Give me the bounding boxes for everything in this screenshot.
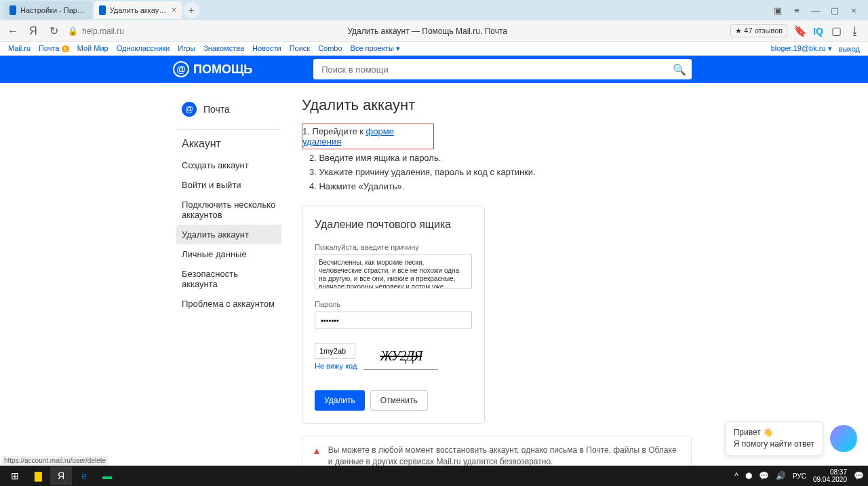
content-area: @ Почта Аккаунт Создать аккаунт Войти и … — [0, 83, 868, 466]
task-yandex[interactable]: Я — [50, 466, 72, 485]
menu-icon[interactable]: ≡ — [792, 5, 802, 15]
chat-text: Я помогу найти ответ — [734, 438, 814, 450]
browser-tabs-bar: Настройки - Пароль и бе... Удалить аккау… — [0, 0, 868, 20]
nav-search[interactable]: Поиск — [290, 44, 310, 53]
extension-icon[interactable]: ▣ — [773, 5, 783, 15]
logout-link[interactable]: выход — [839, 45, 860, 53]
step-2: 2. Введите имя ящика и пароль. — [302, 151, 692, 165]
warning-icon: ▲ — [312, 445, 321, 466]
iq-icon[interactable]: IQ — [813, 26, 823, 37]
url-box[interactable]: 🔒 help.mail.ru — [68, 26, 124, 36]
new-tab-button[interactable]: + — [183, 2, 199, 18]
yandex-icon[interactable]: Я — [27, 25, 39, 37]
tab-settings[interactable]: Настройки - Пароль и бе... — [4, 1, 92, 19]
delete-box-title: Удаление почтового ящика — [315, 219, 472, 231]
search-input[interactable] — [313, 59, 692, 79]
maximize-icon[interactable]: ▢ — [830, 5, 840, 15]
close-icon[interactable]: × — [172, 5, 176, 15]
step-4: 4. Нажмите «Удалить». — [302, 179, 692, 193]
nav-mymir[interactable]: Мой Мир — [77, 44, 108, 53]
bookmark-icon[interactable]: 🔖 — [794, 25, 806, 37]
search-icon[interactable]: 🔍 — [673, 63, 686, 76]
page-title: Удалить аккаунт — Помощь Mail.ru. Почта — [132, 26, 722, 36]
tab-title: Настройки - Пароль и бе... — [20, 6, 87, 14]
url-text: help.mail.ru — [82, 26, 124, 36]
sidebar-item-create[interactable]: Создать аккаунт — [176, 155, 281, 175]
nav-dating[interactable]: Знакомства — [203, 44, 244, 53]
nav-ok[interactable]: Одноклассники — [117, 44, 170, 53]
steps-list: 1. Перейдите к форме удаления 2. Введите… — [302, 124, 692, 193]
lock-icon: 🔒 — [68, 26, 78, 36]
user-email[interactable]: bloger.19@bk.ru ▾ — [771, 44, 832, 53]
nav-combo[interactable]: Combo — [318, 44, 342, 53]
password-label: Пароль — [315, 300, 472, 308]
cancel-button[interactable]: Отменить — [370, 390, 428, 411]
sidebar-header[interactable]: @ Почта — [176, 96, 281, 125]
download-icon[interactable]: ⭳ — [849, 25, 861, 37]
nav-all-projects[interactable]: Все проекты ▾ — [351, 44, 400, 53]
chat-bubble[interactable]: Привет 👋 Я помогу найти ответ — [725, 421, 823, 456]
back-icon[interactable]: ← — [7, 25, 19, 37]
captcha-input[interactable] — [315, 343, 355, 359]
tray-date: 09.04.2020 — [813, 476, 847, 483]
task-app[interactable]: ▬ — [96, 466, 118, 485]
reviews-badge[interactable]: ★ 47 отзывов — [730, 24, 787, 37]
tray-sound-icon[interactable]: 🔊 — [776, 471, 786, 481]
delete-button[interactable]: Удалить — [315, 390, 365, 411]
minimize-icon[interactable]: — — [811, 5, 821, 15]
help-logo[interactable]: @ ПОМОЩЬ — [173, 61, 252, 77]
chat-avatar[interactable] — [830, 425, 857, 452]
warning-box: ▲ Вы можете в любой момент восстановить … — [302, 436, 692, 466]
main-heading: Удалить аккаунт — [302, 96, 692, 114]
status-bar-link: https://account.mail.ru/user/delete — [1, 456, 108, 465]
sidebar-item-login[interactable]: Войти и выйти — [176, 175, 281, 195]
tray-up-icon[interactable]: ^ — [734, 471, 738, 481]
at-icon: @ — [173, 61, 189, 77]
start-button[interactable]: ⊞ — [4, 466, 26, 485]
mail-icon: @ — [182, 102, 197, 117]
sidebar-header-label: Почта — [203, 104, 230, 115]
nav-mail[interactable]: Почта 5 — [39, 44, 69, 53]
step-3: 3. Укажите причину удаления, пароль и ко… — [302, 165, 692, 179]
tray-notification-icon[interactable]: 💬 — [854, 471, 864, 481]
reason-label: Пожалуйста, введите причину — [315, 243, 472, 251]
tray-chat-icon[interactable]: 💬 — [759, 471, 769, 481]
tray-security-icon[interactable]: ⬢ — [745, 471, 752, 481]
tab-favicon — [9, 5, 16, 15]
tray-language[interactable]: РУС — [793, 472, 806, 480]
close-window-icon[interactable]: × — [849, 5, 859, 15]
sidebar-item-security[interactable]: Безопасность аккаунта — [176, 264, 281, 294]
reason-textarea[interactable] — [315, 255, 472, 288]
nav-news[interactable]: Новости — [252, 44, 281, 53]
warning-text: Вы можете в любой момент восстановить ак… — [328, 445, 682, 466]
reload-icon[interactable]: ↻ — [47, 25, 60, 37]
task-edge[interactable]: e — [73, 466, 95, 485]
tray-clock[interactable]: 08:37 09.04.2020 — [813, 468, 847, 483]
tab-delete-account[interactable]: Удалить аккаунт — По... × — [94, 1, 182, 19]
sidebar-item-multiple[interactable]: Подключить несколько аккаунтов — [176, 195, 281, 225]
help-search: 🔍 — [313, 59, 692, 79]
nav-games[interactable]: Игры — [178, 44, 195, 53]
chat-widget: Привет 👋 Я помогу найти ответ — [725, 421, 857, 456]
nav-mailru[interactable]: Mail.ru — [8, 44, 31, 53]
help-brand: ПОМОЩЬ — [193, 62, 252, 77]
tab-favicon — [99, 5, 106, 15]
sidebar-item-problem[interactable]: Проблема с аккаунтом — [176, 294, 281, 314]
sidebar: @ Почта Аккаунт Создать аккаунт Войти и … — [176, 96, 281, 466]
address-bar: ← Я ↻ 🔒 help.mail.ru Удалить аккаунт — П… — [0, 20, 868, 42]
password-input[interactable] — [315, 312, 472, 329]
sidebar-item-delete[interactable]: Удалить аккаунт — [176, 225, 281, 244]
tray-time: 08:37 — [813, 468, 847, 476]
task-explorer[interactable]: ▇ — [27, 466, 49, 485]
sidebar-icon[interactable]: ▢ — [830, 25, 842, 37]
step-1: 1. Перейдите к форме удаления — [302, 124, 434, 149]
tab-title: Удалить аккаунт — По... — [110, 6, 167, 14]
mailru-nav: Mail.ru Почта 5 Мой Мир Одноклассники Иг… — [0, 42, 868, 56]
chat-greeting: Привет 👋 — [734, 427, 814, 438]
captcha-image: ЖУ2ДЯ — [363, 343, 438, 370]
main-content: Удалить аккаунт 1. Перейдите к форме уда… — [302, 96, 692, 466]
help-header: @ ПОМОЩЬ 🔍 — [0, 56, 868, 83]
captcha-refresh-link[interactable]: Не вижу код — [315, 362, 357, 370]
step-1-text: 1. Перейдите к — [302, 126, 366, 136]
sidebar-item-personal[interactable]: Личные данные — [176, 244, 281, 264]
